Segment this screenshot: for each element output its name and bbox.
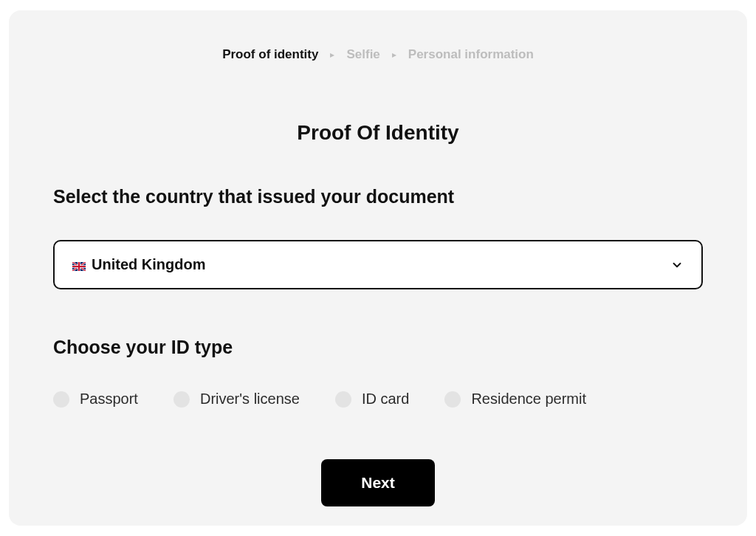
id-type-options: Passport Driver's license ID card Reside… (53, 391, 703, 408)
chevron-down-icon (670, 258, 684, 272)
id-type-option-passport[interactable]: Passport (53, 391, 138, 408)
radio-icon (444, 391, 461, 408)
id-type-option-residence-permit[interactable]: Residence permit (444, 391, 586, 408)
id-type-section: Choose your ID type Passport Driver's li… (53, 337, 703, 408)
breadcrumb-step-personal: Personal information (408, 47, 534, 62)
radio-label: ID card (362, 391, 409, 408)
next-button[interactable]: Next (321, 459, 435, 506)
breadcrumb: Proof of identity ▸ Selfie ▸ Personal in… (53, 47, 703, 62)
country-selected-name: United Kingdom (92, 256, 205, 273)
chevron-right-icon: ▸ (330, 49, 334, 60)
radio-icon (335, 391, 351, 408)
breadcrumb-step-identity: Proof of identity (222, 47, 318, 62)
radio-icon (53, 391, 69, 408)
country-section: Select the country that issued your docu… (53, 186, 703, 289)
radio-label: Passport (80, 391, 138, 408)
id-type-section-label: Choose your ID type (53, 337, 703, 358)
country-section-label: Select the country that issued your docu… (53, 186, 703, 207)
radio-label: Driver's license (200, 391, 300, 408)
radio-label: Residence permit (471, 391, 586, 408)
uk-flag-icon (72, 261, 86, 269)
breadcrumb-step-selfie: Selfie (346, 47, 379, 62)
radio-icon (173, 391, 190, 408)
id-type-option-id-card[interactable]: ID card (335, 391, 409, 408)
country-select[interactable]: United Kingdom (53, 240, 703, 289)
country-select-value: United Kingdom (72, 256, 205, 273)
chevron-right-icon: ▸ (392, 49, 396, 60)
id-type-option-drivers-license[interactable]: Driver's license (173, 391, 300, 408)
form-container: Proof of identity ▸ Selfie ▸ Personal in… (9, 10, 747, 526)
page-title: Proof Of Identity (53, 121, 703, 145)
